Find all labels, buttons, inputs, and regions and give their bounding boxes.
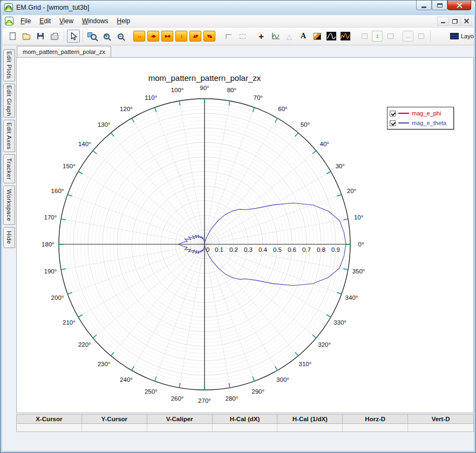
- zoom-in-button[interactable]: +: [100, 30, 113, 43]
- crosshair-button[interactable]: +: [255, 30, 268, 43]
- mdi-restore-button[interactable]: [449, 17, 460, 26]
- theta-label: 190°: [44, 268, 57, 274]
- readout-header-h-cal-1-dx-: H-Cal (1/dX): [277, 415, 343, 423]
- polar-axes: [59, 99, 350, 390]
- text-annotation-icon: A: [301, 32, 306, 40]
- r-label: 0.6: [288, 246, 296, 253]
- layout-button[interactable]: Layout: [447, 30, 474, 43]
- save-icon: [37, 33, 44, 39]
- expand-vertical-icon: ↕: [180, 33, 182, 39]
- mdi-window-controls: [437, 17, 472, 26]
- region-corner-a-button[interactable]: [222, 30, 235, 43]
- legend-item-mag_e_phi: mag_e_phi: [390, 108, 451, 118]
- scale-horizontal-button[interactable]: ↔: [403, 31, 413, 42]
- theta-label: 140°: [78, 141, 91, 147]
- plot-panel[interactable]: 0°10°20°30°40°50°60°70°80°90°100°110°120…: [16, 57, 474, 413]
- zoom-region-button[interactable]: [86, 30, 99, 43]
- sidebar-tab-edit-graph[interactable]: Edit Graph: [3, 84, 15, 118]
- pan-vertical-in-button[interactable]: ▾▴: [203, 31, 215, 42]
- readout-headers: X-CursorY-CursorV-CaliperH-Cal (dX)H-Cal…: [16, 414, 474, 423]
- readout-value: [82, 424, 147, 431]
- theta-label: 50°: [301, 121, 310, 128]
- expand-horizontal-button[interactable]: ↔: [133, 31, 145, 42]
- menu-help[interactable]: Help: [113, 16, 135, 26]
- pan-vertical-out-button[interactable]: ▴▾: [189, 31, 201, 42]
- menu-file[interactable]: File: [16, 16, 35, 26]
- app-logo-icon[interactable]: [4, 3, 13, 12]
- toolbar: +−↔◂▸▸◂↕▴▾▾▴+△A↕↔Layout: [2, 28, 474, 45]
- save-button[interactable]: [34, 30, 47, 43]
- text-annotation-button[interactable]: A: [297, 30, 310, 43]
- minimize-button[interactable]: [416, 1, 432, 10]
- legend-label: mag_e_theta: [412, 120, 446, 126]
- mdi-minimize-icon: [441, 22, 445, 23]
- menu-windows[interactable]: Windows: [78, 16, 113, 26]
- readout-header-horz-d: Horz-D: [343, 415, 408, 423]
- document-tabbar: mom_pattern_pattern_polar_zx: [17, 46, 111, 58]
- legend-swatch: [398, 122, 409, 123]
- scale-vertical-button[interactable]: ↕: [372, 31, 383, 42]
- curve-axes-button[interactable]: [269, 30, 282, 43]
- close-button[interactable]: [447, 1, 471, 10]
- menu-view[interactable]: View: [55, 16, 78, 26]
- legend: mag_e_phimag_e_theta: [387, 107, 454, 129]
- sidebar-tab-hide[interactable]: Hide: [3, 227, 15, 248]
- window-controls: [416, 1, 471, 10]
- maximize-button[interactable]: [432, 1, 447, 10]
- title-bar[interactable]: EM.Grid - [wmom_tut3b]: [1, 1, 475, 15]
- waveform-spectrum-button[interactable]: [339, 30, 352, 43]
- toolbar-sep: [430, 30, 431, 42]
- mdi-close-button[interactable]: [461, 17, 472, 26]
- pan-vertical-out-icon: ▴▾: [193, 33, 198, 39]
- document-icon[interactable]: [5, 17, 13, 25]
- theta-label: 130°: [98, 121, 111, 128]
- waveform-time-button[interactable]: [325, 30, 338, 43]
- menu-edit[interactable]: Edit: [35, 16, 55, 26]
- client-area: Edit PlotsEdit GraphEdit AxesTrackerWork…: [2, 45, 474, 451]
- readout-value: [17, 424, 82, 431]
- theta-label: 310°: [299, 361, 312, 367]
- open-button[interactable]: [20, 30, 33, 43]
- region-corner-b-button[interactable]: [236, 30, 249, 43]
- frame-b-button[interactable]: [384, 30, 397, 43]
- theta-label: 160°: [51, 188, 64, 194]
- theta-label: 200°: [51, 294, 64, 301]
- colormap-button[interactable]: [311, 30, 324, 43]
- theta-label: 40°: [320, 141, 329, 147]
- frame-a-icon: [362, 33, 368, 39]
- readout-bar: X-CursorY-CursorV-CaliperH-Cal (dX)H-Cal…: [16, 414, 474, 432]
- print-button[interactable]: [48, 30, 61, 43]
- window-title: EM.Grid - [wmom_tut3b]: [16, 1, 89, 15]
- sidebar-tab-edit-plots[interactable]: Edit Plots: [3, 49, 15, 81]
- legend-checkbox-mag_e_phi[interactable]: [390, 111, 396, 116]
- sidebar-tab-tracker[interactable]: Tracker: [3, 154, 15, 183]
- new-button[interactable]: [6, 30, 19, 43]
- pan-horizontal-out-button[interactable]: ◂▸: [147, 31, 159, 42]
- theta-label: 80°: [227, 87, 236, 93]
- legend-checkbox-mag_e_theta[interactable]: [390, 120, 396, 126]
- readout-value: [147, 424, 213, 431]
- expand-vertical-button[interactable]: ↕: [175, 31, 187, 42]
- zoom-out-button[interactable]: −: [114, 30, 127, 43]
- pan-horizontal-in-icon: ▸◂: [165, 33, 169, 39]
- layout-label: Layout: [461, 33, 474, 39]
- mdi-minimize-button[interactable]: [437, 17, 448, 26]
- r-label: 0.7: [302, 246, 311, 253]
- theta-label: 210°: [63, 319, 76, 326]
- readout-values: [16, 423, 474, 432]
- region-corner-b-icon: [240, 34, 246, 39]
- mdi-restore-icon: [452, 19, 458, 24]
- frame-c-button[interactable]: [414, 30, 427, 43]
- select-cursor-button[interactable]: [67, 30, 80, 43]
- r-label: 0.1: [215, 246, 223, 253]
- sidebar-tab-workspace[interactable]: Workspace: [3, 186, 15, 225]
- tab-mom-pattern-pattern-polar-zx[interactable]: mom_pattern_pattern_polar_zx: [17, 46, 111, 57]
- sidebar-tab-edit-axes[interactable]: Edit Axes: [3, 120, 15, 152]
- r-label: 0.8: [317, 246, 325, 253]
- theta-label: 280°: [226, 395, 239, 402]
- readout-value: [277, 424, 343, 431]
- scale-horizontal-icon: ↔: [405, 33, 412, 40]
- frame-a-button[interactable]: [358, 30, 371, 43]
- pan-horizontal-in-button[interactable]: ▸◂: [161, 31, 173, 42]
- peak-marker-button[interactable]: △: [283, 30, 296, 43]
